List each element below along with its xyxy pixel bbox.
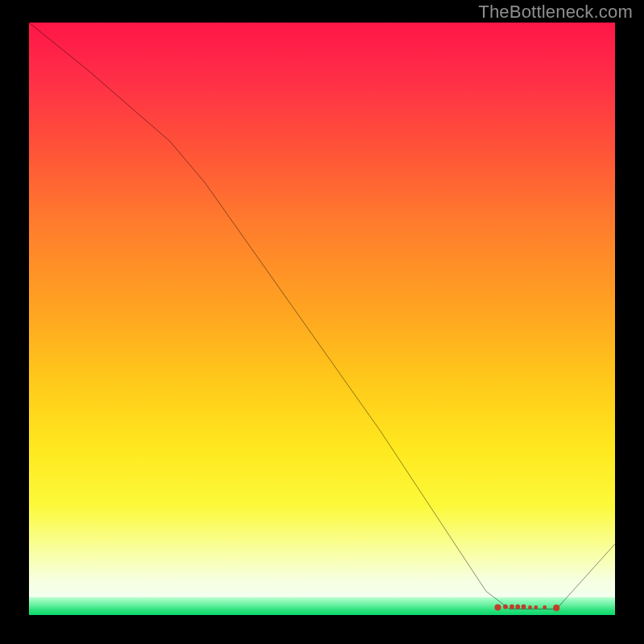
svg-point-1 [503,605,508,609]
plot-area [29,23,615,615]
svg-point-2 [510,605,514,609]
svg-point-3 [515,605,520,609]
svg-point-0 [494,604,501,610]
optimum-marker [494,604,559,611]
svg-point-5 [528,605,532,609]
bottleneck-curve [29,23,615,609]
svg-point-6 [534,605,538,609]
svg-point-8 [553,605,559,611]
svg-point-7 [543,605,547,609]
chart-svg [29,23,615,615]
watermark-text: TheBottleneck.com [478,2,633,23]
svg-point-4 [522,605,526,609]
chart-frame: TheBottleneck.com [0,0,644,644]
